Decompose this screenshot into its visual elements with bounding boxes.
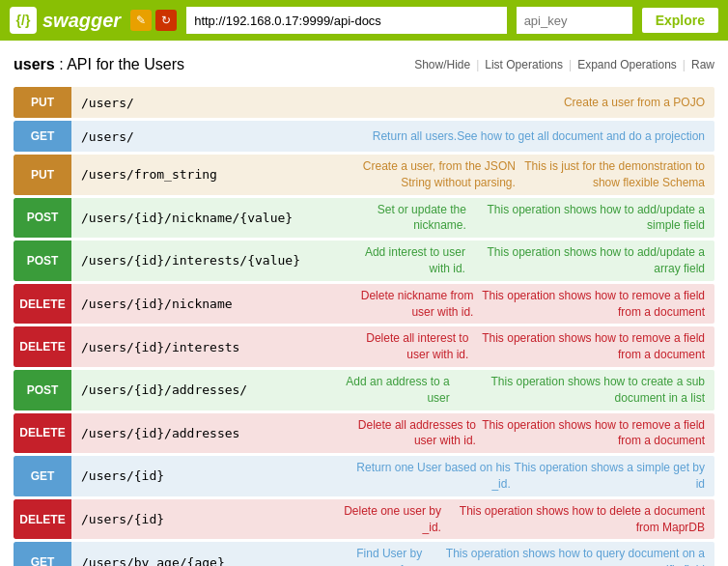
- op-path: /users/{id}/interests: [71, 326, 332, 367]
- op-path: /users/: [71, 121, 332, 152]
- op-path: /users/{id}/interests/{value}: [71, 241, 332, 281]
- op-path: /users/{id}: [71, 456, 332, 496]
- operation-row: GET/users/{id}Return one User based on h…: [14, 456, 714, 496]
- op-desc: Add interest to user with id.This operat…: [332, 241, 714, 281]
- op-desc: Delete nickname from user with id.This o…: [332, 284, 714, 325]
- explore-button[interactable]: Explore: [642, 8, 718, 33]
- header: {/} swagger ✎ ↻ Explore: [0, 0, 728, 41]
- edit-icon[interactable]: ✎: [130, 10, 152, 31]
- refresh-icon[interactable]: ↻: [155, 10, 177, 31]
- op-path: /users/{id}/addresses/: [71, 370, 332, 410]
- method-badge-post-4[interactable]: POST: [14, 241, 71, 281]
- op-path: /users/by_age/{age}: [71, 542, 332, 566]
- operation-row: PUT/users/from_stringCreate a user, from…: [14, 155, 714, 195]
- op-desc: Create a user, from the JSON String with…: [332, 155, 714, 195]
- method-badge-delete-5[interactable]: DELETE: [14, 284, 71, 325]
- method-badge-post-3[interactable]: POST: [14, 198, 71, 239]
- op-desc: Return all users.See how to get all docu…: [332, 121, 714, 152]
- api-key-input[interactable]: [517, 7, 632, 34]
- resource-name: users: [14, 56, 55, 72]
- list-operations-link[interactable]: List Operations: [485, 58, 563, 71]
- op-desc: Find User by Age.This operation shows ho…: [332, 542, 714, 566]
- operation-row: GET/users/Return all users.See how to ge…: [14, 121, 714, 152]
- operations-list: PUT/users/Create a user from a POJOGET/u…: [14, 87, 714, 566]
- method-badge-put-2[interactable]: PUT: [14, 155, 71, 195]
- api-title: users : API for the Users: [14, 56, 184, 73]
- op-desc: Delete all interest to user with id.This…: [332, 326, 714, 367]
- op-desc: Add an address to a userThis operation s…: [332, 370, 714, 410]
- op-path: /users/{id}/addresses: [71, 413, 332, 454]
- method-badge-delete-6[interactable]: DELETE: [14, 326, 71, 367]
- op-path: /users/{id}/nickname/{value}: [71, 198, 332, 239]
- operation-row: POST/users/{id}/addresses/Add an address…: [14, 370, 714, 410]
- api-controls: Show/Hide | List Operations | Expand Ope…: [414, 58, 714, 71]
- op-path: /users/from_string: [71, 155, 332, 195]
- content-area: users : API for the Users Show/Hide | Li…: [0, 41, 728, 566]
- raw-link[interactable]: Raw: [691, 58, 714, 71]
- operation-row: PUT/users/Create a user from a POJO: [14, 87, 714, 118]
- header-icon-buttons: ✎ ↻: [130, 10, 177, 31]
- operation-row: DELETE/users/{id}/addressesDelete all ad…: [14, 413, 714, 454]
- method-badge-put-0[interactable]: PUT: [14, 87, 71, 118]
- operation-row: POST/users/{id}/nickname/{value}Set or u…: [14, 198, 714, 239]
- method-badge-delete-8[interactable]: DELETE: [14, 413, 71, 454]
- method-badge-post-7[interactable]: POST: [14, 370, 71, 410]
- show-hide-link[interactable]: Show/Hide: [414, 58, 470, 71]
- op-desc: Create a user from a POJO: [332, 87, 714, 118]
- api-title-bar: users : API for the Users Show/Hide | Li…: [14, 50, 714, 79]
- method-badge-get-1[interactable]: GET: [14, 121, 71, 152]
- swagger-logo-icon: {/}: [10, 7, 37, 34]
- method-badge-get-11[interactable]: GET: [14, 542, 71, 566]
- op-desc: Return one User based on his _id.This op…: [332, 456, 714, 496]
- operation-row: DELETE/users/{id}/interestsDelete all in…: [14, 326, 714, 367]
- method-badge-delete-10[interactable]: DELETE: [14, 499, 71, 540]
- op-desc: Set or update the nickname.This operatio…: [332, 198, 714, 239]
- op-desc: Delete one user by _id.This operation sh…: [332, 499, 714, 540]
- operation-row: POST/users/{id}/interests/{value}Add int…: [14, 241, 714, 281]
- op-path: /users/{id}/nickname: [71, 284, 332, 325]
- op-desc: Delete all addresses to user with id.Thi…: [332, 413, 714, 454]
- op-path: /users/{id}: [71, 499, 332, 540]
- operation-row: DELETE/users/{id}Delete one user by _id.…: [14, 499, 714, 540]
- swagger-title: swagger: [42, 10, 121, 32]
- operation-row: GET/users/by_age/{age}Find User by Age.T…: [14, 542, 714, 566]
- logo: {/} swagger: [10, 7, 121, 34]
- operation-row: DELETE/users/{id}/nicknameDelete nicknam…: [14, 284, 714, 325]
- method-badge-get-9[interactable]: GET: [14, 456, 71, 496]
- op-path: /users/: [71, 87, 332, 118]
- expand-operations-link[interactable]: Expand Operations: [577, 58, 677, 71]
- url-input[interactable]: [186, 7, 506, 34]
